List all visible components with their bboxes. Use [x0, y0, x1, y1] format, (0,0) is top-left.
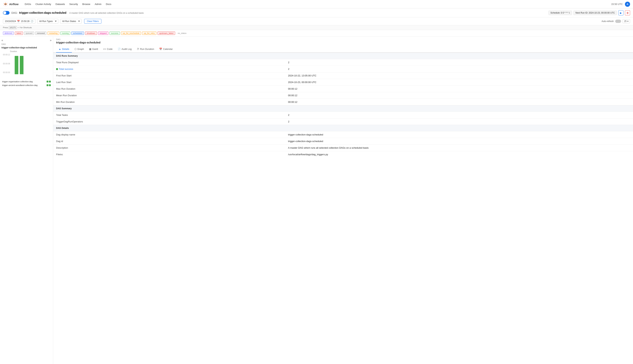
run-types-select[interactable]: All Run Types — [37, 19, 58, 24]
count-value: 25 — [624, 20, 626, 22]
shortcuts-key: shift — [9, 26, 17, 29]
count-chevron: ▾ — [627, 20, 628, 22]
dag-list-item-1[interactable]: trigger-organisation-collection-dag — [2, 80, 52, 84]
row-first-run: First Run Start 2024-10-22, 13:05:00 UTC — [53, 72, 633, 79]
dag-display-name-value: trigger-collection-dags-scheduled — [285, 132, 633, 138]
description-value: A master DAG which runs all selected col… — [285, 144, 633, 151]
total-success-value: 2 — [285, 66, 633, 72]
row-dag-display-name: Dag display name trigger-collection-dags… — [53, 132, 633, 138]
badge-success[interactable]: success — [110, 32, 120, 35]
dag-toggle[interactable] — [3, 11, 10, 15]
info-icon[interactable]: ℹ — [569, 12, 570, 14]
nav-browse[interactable]: Browse — [81, 2, 92, 6]
first-run-label: First Run Start — [53, 72, 285, 79]
navbar: Airflow DAGs Cluster Activity Datasets S… — [0, 0, 633, 8]
first-run-value: 2024-10-22, 13:05:00 UTC — [285, 72, 633, 79]
brand-name: Airflow — [9, 2, 19, 6]
dag-label: DAG: — [11, 11, 18, 14]
description-label: Description — [53, 144, 285, 151]
refresh-count-select[interactable]: 25 ▾ — [622, 19, 630, 23]
dag-details-header: DAG Details — [53, 125, 633, 132]
badge-up-for-reschedule[interactable]: up_for_reschedule — [121, 32, 141, 35]
schedule-text: Schedule: 0 0 * * * — [550, 12, 568, 14]
y-axis-mid: 00:00:08 — [3, 63, 10, 65]
badge-no-status: no_status — [176, 32, 188, 35]
dag-description: A master DAG which runs all selected col… — [69, 12, 144, 14]
nav-avatar[interactable]: A — [625, 2, 630, 7]
filter-time-value: 15:50:28 — [21, 20, 30, 22]
tab-code[interactable]: <> Code — [101, 46, 115, 52]
tab-code-label: Code — [107, 48, 113, 50]
tab-graph[interactable]: ⬡ Graph — [72, 46, 87, 52]
tab-calendar-icon: 📅 — [159, 48, 162, 50]
badge-running[interactable]: running — [60, 32, 71, 35]
badge-scheduled[interactable]: scheduled — [71, 32, 84, 35]
tab-audit-icon: 📄 — [118, 48, 121, 50]
row-description: Description A master DAG which runs all … — [53, 144, 633, 151]
sidebar-breadcrumb: DAG — [0, 43, 53, 46]
tab-calendar-label: Calendar — [163, 48, 173, 50]
sidebar: « » DAG trigger-collection-dags-schedule… — [0, 36, 53, 364]
dag-header: DAG: trigger-collection-dags-scheduled A… — [0, 8, 633, 18]
dag-title-area: DAG: trigger-collection-dags-scheduled A… — [11, 11, 547, 14]
badge-up-for-retry[interactable]: up_for_retry — [142, 32, 156, 35]
date-filter[interactable]: 23/10/2024 📅 15:50:28 🕐 — [3, 19, 36, 24]
status-badges-row: deferred failed queued removed restartin… — [0, 30, 633, 36]
row-trigger-operators: TriggerDagRunOperators 2 — [53, 118, 633, 125]
shortcuts-press: Press — [3, 26, 8, 28]
filters-bar: 23/10/2024 📅 15:50:28 🕐 All Run Types Al… — [0, 18, 633, 25]
badge-skipped[interactable]: skipped — [98, 32, 108, 35]
mean-duration-label: Mean Run Duration — [53, 92, 285, 99]
brand[interactable]: Airflow — [3, 2, 19, 7]
auto-refresh-toggle[interactable] — [615, 20, 621, 23]
tab-run-icon: ⏱ — [137, 48, 139, 50]
total-success-link[interactable]: Total success — [56, 68, 282, 70]
dag-dot-1 — [47, 81, 49, 82]
dag-display-name-label: Dag display name — [53, 132, 285, 138]
row-mean-duration: Mean Run Duration 00:00:12 — [53, 92, 633, 99]
nav-right: 15:50 UTC A — [611, 2, 630, 7]
nav-dags[interactable]: DAGs — [23, 2, 33, 6]
fileloc-label: Fileloc — [53, 151, 285, 158]
badge-removed[interactable]: removed — [35, 32, 46, 35]
clear-filters-button[interactable]: Clear Filters — [84, 19, 102, 24]
nav-admin[interactable]: Admin — [93, 2, 103, 6]
sidebar-expand-button[interactable]: » — [50, 39, 52, 42]
row-total-success: Total success 2 — [53, 66, 633, 72]
tab-run-duration[interactable]: ⏱ Run Duration — [134, 46, 157, 52]
filter-date-value: 23/10/2024 — [5, 20, 16, 22]
tab-details[interactable]: ▲ Details — [56, 46, 72, 52]
y-axis-bot: 00:00:00 — [3, 72, 10, 74]
row-fileloc: Fileloc /usr/local/airflow/dags/dag_trig… — [53, 151, 633, 158]
tab-gantt[interactable]: ▦ Gantt — [87, 46, 101, 52]
section-runs-summary: DAG Runs Summary — [53, 53, 633, 59]
nav-docs[interactable]: Docs — [104, 2, 113, 6]
shortcuts-text2: + / for Shortcuts — [18, 26, 32, 28]
last-run-value: 2024-10-23, 00:00:00 UTC — [285, 79, 633, 86]
nav-cluster[interactable]: Cluster Activity — [34, 2, 53, 6]
badge-shutdown[interactable]: shutdown — [85, 32, 97, 35]
tab-audit-log[interactable]: 📄 Audit Log — [115, 46, 134, 52]
tab-calendar[interactable]: 📅 Calendar — [157, 46, 175, 52]
nav-security[interactable]: Security — [68, 2, 80, 6]
max-duration-label: Max Run Duration — [53, 86, 285, 92]
badge-failed[interactable]: failed — [15, 32, 23, 35]
last-run-label: Last Run Start — [53, 79, 285, 86]
run-states-select[interactable]: All Run States — [60, 19, 82, 24]
run-dag-button[interactable]: ▶ — [618, 10, 623, 16]
badge-upstream-failed[interactable]: upstream_failed — [158, 32, 175, 35]
delete-dag-button[interactable]: 🗑 — [625, 10, 630, 16]
tab-run-label: Run Duration — [140, 48, 154, 50]
badge-queued[interactable]: queued — [24, 32, 34, 35]
dag-list-item-2[interactable]: trigger-ancient-woodland-collection-dag — [2, 84, 52, 87]
chart-bar-2 — [20, 56, 24, 74]
nav-datasets[interactable]: Datasets — [54, 2, 67, 6]
badge-restarting[interactable]: restarting — [48, 32, 59, 35]
tab-code-icon: <> — [103, 48, 106, 50]
runs-summary-header: DAG Runs Summary — [53, 53, 633, 59]
calendar-icon: 📅 — [17, 20, 20, 22]
details-table: DAG Runs Summary Total Runs Displayed 2 … — [53, 52, 633, 158]
sidebar-collapse-button[interactable]: « — [2, 39, 3, 42]
badge-deferred[interactable]: deferred — [3, 32, 14, 35]
row-min-duration: Min Run Duration 00:00:12 — [53, 99, 633, 106]
